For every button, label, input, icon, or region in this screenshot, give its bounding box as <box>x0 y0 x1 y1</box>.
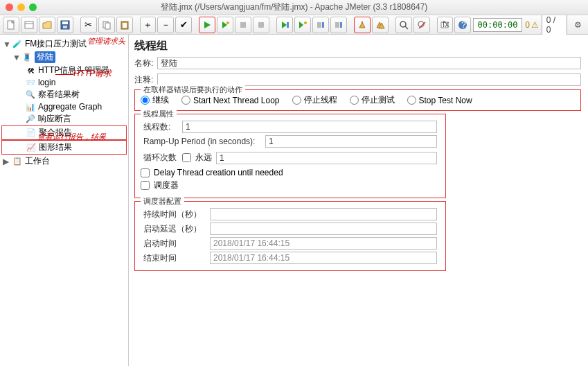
svg-point-20 <box>400 21 406 27</box>
search-button[interactable] <box>395 17 412 33</box>
radio-start-next[interactable]: Start Next Thread Loop <box>181 96 280 105</box>
tree-aggregate-graph-label: Aggregate Graph <box>38 102 102 112</box>
thread-properties-group: 线程属性 线程数: Ramp-Up Period (in seconds): 循… <box>134 114 446 198</box>
save-button[interactable] <box>57 17 73 33</box>
clear-button[interactable] <box>354 17 371 33</box>
window-title: 登陆.jmx (/Users/wangjuan/fm/登陆.jmx) - Apa… <box>0 1 588 13</box>
tree-response-assertion-label: 响应断言 <box>38 113 71 125</box>
expand-all-button[interactable]: ＋ <box>140 17 157 33</box>
help-button[interactable]: ? <box>454 17 471 33</box>
comment-label: 注释: <box>134 74 153 86</box>
svg-rect-19 <box>362 21 363 24</box>
radio-stop-thread[interactable]: 停止线程 <box>292 94 337 106</box>
svg-text:?: ? <box>461 20 466 30</box>
copy-button[interactable] <box>98 17 115 33</box>
thread-properties-title: 线程属性 <box>141 109 177 119</box>
name-field[interactable] <box>157 57 581 69</box>
tree-aggregate-graph[interactable]: 📊 Aggregate Graph <box>1 101 127 112</box>
svg-rect-16 <box>322 22 324 28</box>
svg-rect-18 <box>340 22 342 28</box>
scheduler-checkbox[interactable]: 调度器 <box>141 180 440 191</box>
tree-workbench[interactable]: ▶ 📋 工作台 <box>1 155 127 168</box>
startup-delay-label: 启动延迟（秒） <box>143 223 206 235</box>
warning-icon: ⚠ <box>531 20 539 30</box>
threads-field[interactable] <box>182 121 437 133</box>
tree-login-sampler[interactable]: 📨 login <box>1 77 127 88</box>
test-plan-tree[interactable]: ▼ 🧪 FM接口压力测试 ▼ 🧵 登陆 🛠 HTTP信息头管理器 📨 login… <box>0 35 129 366</box>
tree-thread-group[interactable]: ▼ 🧵 登陆 <box>1 51 127 64</box>
loop-count-field[interactable] <box>216 152 437 164</box>
start-time-label: 启动时间 <box>143 238 206 250</box>
chart-icon: 📈 <box>26 143 37 152</box>
svg-rect-17 <box>335 22 339 28</box>
radio-continue[interactable]: 继续 <box>141 94 169 106</box>
svg-rect-7 <box>105 23 110 29</box>
function-helper-button[interactable]: fx <box>437 17 454 33</box>
tree-view-results[interactable]: 🔍 察看结果树 <box>1 88 127 101</box>
radio-stop-now[interactable]: Stop Test Now <box>407 96 472 105</box>
warning-count: 0 <box>525 20 530 30</box>
duration-field[interactable] <box>210 208 437 220</box>
warning-counter: 0 ⚠ <box>525 20 539 30</box>
svg-text:fx: fx <box>443 20 449 29</box>
ramp-up-field[interactable] <box>265 135 437 148</box>
svg-rect-5 <box>63 26 67 28</box>
radio-stop-test[interactable]: 停止测试 <box>350 94 395 106</box>
start-no-pause-button[interactable] <box>217 17 233 33</box>
threads-label: 线程数: <box>143 121 178 133</box>
new-button[interactable] <box>3 17 19 33</box>
clear-all-button[interactable] <box>372 17 389 33</box>
run-time-display: 00:00:00 <box>473 18 523 32</box>
duration-label: 持续时间（秒） <box>143 209 206 220</box>
svg-rect-1 <box>25 21 33 28</box>
tree-aggregate-report[interactable]: 📄 聚合报告 <box>1 125 127 140</box>
remote-shutdown-button[interactable] <box>330 17 347 33</box>
svg-rect-11 <box>240 22 246 28</box>
start-time-field[interactable] <box>210 237 437 250</box>
startup-delay-field[interactable] <box>210 223 437 235</box>
end-time-field[interactable] <box>210 252 437 264</box>
beaker-icon: 🧪 <box>12 40 23 49</box>
delay-thread-checkbox[interactable]: Delay Thread creation until needed <box>141 168 440 177</box>
tree-thread-group-label: 登陆 <box>35 51 55 63</box>
tree-graph-results[interactable]: 📈 图形结果 <box>1 140 127 155</box>
tree-aggregate-report-label: 聚合报告 <box>39 127 72 139</box>
tree-workbench-label: 工作台 <box>25 155 50 167</box>
tree-header-manager-label: HTTP信息头管理器 <box>38 64 109 76</box>
tree-root-label: FM接口压力测试 <box>25 38 87 50</box>
collapse-all-button[interactable]: － <box>157 17 174 33</box>
svg-rect-15 <box>317 22 321 28</box>
paste-button[interactable] <box>116 17 133 33</box>
forever-checkbox[interactable]: 永远 <box>182 152 212 164</box>
assertion-icon: 🔎 <box>25 114 36 124</box>
start-button[interactable] <box>199 17 215 33</box>
http-icon: 📨 <box>25 78 36 87</box>
gear-icon[interactable]: ⚙ <box>570 17 585 33</box>
svg-rect-9 <box>123 23 127 28</box>
config-icon: 🛠 <box>25 66 36 76</box>
templates-button[interactable] <box>21 17 37 33</box>
remote-start-button[interactable] <box>276 17 293 33</box>
toggle-button[interactable]: ✔ <box>175 17 192 33</box>
svg-line-23 <box>419 22 425 28</box>
tree-login-label: login <box>38 78 55 87</box>
workbench-icon: 📋 <box>12 157 23 166</box>
cut-button[interactable]: ✂ <box>80 17 97 33</box>
tree-header-manager[interactable]: 🛠 HTTP信息头管理器 <box>1 64 127 77</box>
tree-response-assertion[interactable]: 🔎 响应断言 <box>1 112 127 125</box>
reset-search-button[interactable] <box>413 17 430 33</box>
remote-start-all-button[interactable] <box>294 17 311 33</box>
scheduler-group: 调度器配置 持续时间（秒） 启动延迟（秒） 启动时间 结束时间 <box>134 201 446 271</box>
remote-stop-button[interactable] <box>312 17 329 33</box>
svg-line-21 <box>405 26 408 29</box>
on-error-title: 在取样器错误后要执行的动作 <box>141 85 245 95</box>
report-icon: 📄 <box>26 128 37 138</box>
stop-button[interactable] <box>235 17 251 33</box>
shutdown-button[interactable] <box>253 17 269 33</box>
open-button[interactable] <box>39 17 55 33</box>
svg-point-14 <box>304 21 307 24</box>
thread-group-panel: 线程组 名称: 注释: 在取样器错误后要执行的动作 继续 Start Next … <box>129 35 588 366</box>
end-time-label: 结束时间 <box>143 252 206 264</box>
results-tree-icon: 🔍 <box>25 90 36 100</box>
tree-root[interactable]: ▼ 🧪 FM接口压力测试 <box>1 37 127 51</box>
